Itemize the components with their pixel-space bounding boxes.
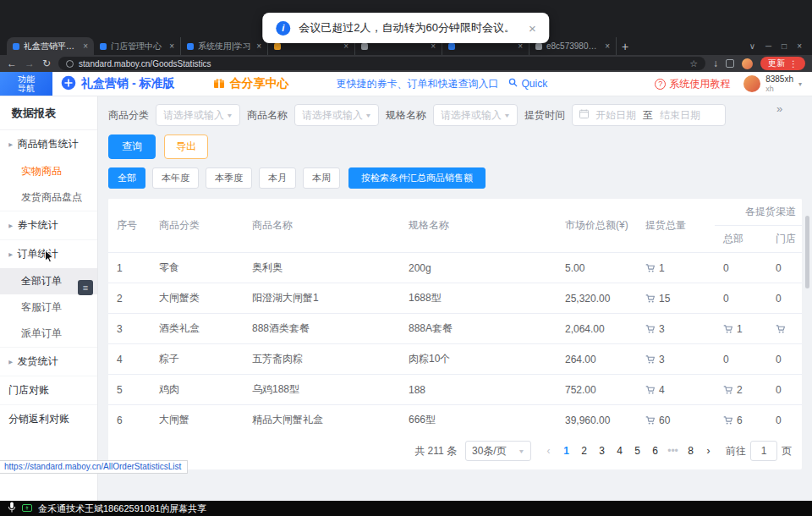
range-button[interactable]: 本季度 bbox=[206, 167, 252, 189]
search-button[interactable]: 查询 bbox=[108, 134, 156, 159]
cell-pickup-total: 4 bbox=[637, 375, 715, 405]
sidebar-item[interactable]: 派单订单 bbox=[0, 321, 97, 347]
tab-close-icon[interactable]: × bbox=[83, 41, 88, 51]
sidebar-section[interactable]: ▶券卡统计 bbox=[0, 211, 97, 239]
range-button[interactable]: 本年度 bbox=[152, 167, 199, 189]
goto-page-input[interactable] bbox=[750, 441, 777, 461]
page-button[interactable]: 2 bbox=[575, 442, 593, 460]
summary-button[interactable]: 按检索条件汇总商品销售额 bbox=[348, 167, 486, 189]
table-scroll-area[interactable]: 序号商品分类商品名称规格名称市场价总额(¥)提货总量各提货渠道总部门店 1零食奥… bbox=[108, 199, 802, 432]
prev-page-button[interactable]: ‹ bbox=[540, 442, 557, 460]
cell-spec: 188 bbox=[400, 375, 557, 405]
share-center-label: 合分享中心 bbox=[229, 76, 288, 91]
quick-label: Quick bbox=[521, 78, 547, 90]
sidebar-section[interactable]: 分销返利对账 bbox=[0, 404, 97, 433]
sidebar-section[interactable]: ▶发货统计 bbox=[0, 347, 97, 376]
nav-toggle-line1: 功能 bbox=[18, 74, 35, 85]
forward-icon[interactable]: → bbox=[25, 58, 35, 69]
sidebar-item[interactable]: 发货商品盘点 bbox=[0, 184, 97, 211]
tab-close-icon[interactable]: × bbox=[169, 41, 174, 51]
cell-name: 888酒类套餐 bbox=[244, 314, 400, 344]
filter-select[interactable]: 请选择或输入▼ bbox=[433, 104, 518, 126]
window-close-icon[interactable]: × bbox=[797, 41, 802, 51]
address-bar[interactable]: standard.maboy.cn/GoodsStatistics ☆ bbox=[58, 57, 705, 70]
page-button[interactable]: 8 bbox=[682, 442, 700, 460]
toast-close-icon[interactable]: × bbox=[529, 21, 536, 36]
user-menu[interactable]: 8385xh xh ▾ bbox=[743, 74, 802, 93]
status-bar-link: https://standard.maboy.cn/AllOrderStatis… bbox=[0, 460, 188, 474]
qty-value: 4 bbox=[659, 384, 665, 396]
site-info-icon[interactable] bbox=[66, 60, 74, 68]
range-button[interactable]: 本周 bbox=[303, 167, 340, 189]
bookmark-star-icon[interactable]: ☆ bbox=[689, 58, 698, 69]
browser-toolbar: ← → ↻ standard.maboy.cn/GoodsStatistics … bbox=[0, 55, 812, 72]
cell-amount: 2,064.00 bbox=[557, 314, 637, 344]
minimize-icon[interactable]: ─ bbox=[765, 41, 771, 51]
filter-select[interactable]: 请选择或输入▼ bbox=[156, 104, 240, 126]
qty-value: 3 bbox=[659, 354, 665, 365]
qty-value: 0 bbox=[776, 414, 782, 426]
tab-title: 礼盒营销平台管理中心 bbox=[24, 41, 79, 52]
tab-favicon bbox=[448, 43, 455, 50]
quick-entry-tip[interactable]: 更快捷的券卡、订单和快递查询入口 bbox=[336, 77, 498, 91]
tab-close-icon[interactable]: × bbox=[256, 41, 261, 51]
collapse-panel-icon[interactable]: » bbox=[776, 102, 782, 115]
pickup-cart-icon bbox=[645, 384, 656, 396]
tab-search-icon[interactable]: ∨ bbox=[749, 41, 755, 51]
page-button[interactable]: 4 bbox=[611, 442, 628, 460]
chevron-right-icon: ▶ bbox=[8, 251, 13, 257]
page-ellipsis[interactable]: ••• bbox=[664, 442, 682, 460]
filter-select[interactable]: 请选择或输入▼ bbox=[294, 104, 379, 126]
share-bar-text: 金禾通技术王斌18662591081的屏幕共享 bbox=[38, 502, 206, 515]
range-button[interactable]: 本月 bbox=[259, 167, 296, 189]
cell-name: 奥利奥 bbox=[244, 253, 400, 283]
table-row: 4粽子五芳斋肉粽肉粽10个264.00300 bbox=[108, 344, 802, 375]
action-row: 查询 导出 bbox=[108, 134, 812, 159]
reload-icon[interactable]: ↻ bbox=[42, 58, 51, 69]
export-button[interactable]: 导出 bbox=[164, 134, 208, 159]
sidebar-section[interactable]: 门店对账 bbox=[0, 376, 97, 404]
cell-index: 3 bbox=[108, 314, 151, 344]
select-placeholder: 请选择或输入 bbox=[441, 108, 502, 123]
filter-row: 商品分类请选择或输入▼商品名称请选择或输入▼规格名称请选择或输入▼提货时间开始日… bbox=[108, 104, 812, 126]
back-icon[interactable]: ← bbox=[7, 58, 17, 69]
new-tab-button[interactable]: + bbox=[622, 40, 628, 53]
download-icon[interactable]: ↓ bbox=[713, 58, 718, 69]
cell-pickup-total: 15 bbox=[637, 283, 715, 314]
quick-search[interactable]: Quick bbox=[508, 78, 547, 90]
browser-tab[interactable]: 门店管理中心× bbox=[94, 37, 181, 55]
sidebar-item[interactable]: 客服订单 bbox=[0, 294, 97, 321]
pickup-cart-icon bbox=[645, 354, 656, 365]
cell-category: 大闸蟹类 bbox=[151, 283, 244, 314]
page-button[interactable]: 3 bbox=[593, 442, 611, 460]
cell-spec: 200g bbox=[400, 253, 557, 283]
sidebar-section-label: 门店对账 bbox=[8, 383, 49, 398]
sidebar-section[interactable]: ▶商品销售统计 bbox=[0, 130, 97, 158]
browser-profile-avatar[interactable] bbox=[742, 58, 753, 69]
tab-close-icon[interactable]: × bbox=[605, 41, 610, 51]
chevron-down-icon: ▾ bbox=[798, 80, 802, 88]
browser-tab[interactable]: 系统使用|学习× bbox=[181, 37, 268, 55]
table-card: 序号商品分类商品名称规格名称市场价总额(¥)提货总量各提货渠道总部门店 1零食奥… bbox=[108, 199, 802, 469]
page-size-select[interactable]: 30条/页 ▼ bbox=[465, 441, 531, 461]
extensions-icon[interactable] bbox=[726, 59, 734, 68]
page-button[interactable]: 5 bbox=[628, 442, 646, 460]
page-button[interactable]: 1 bbox=[557, 442, 575, 460]
share-center-link[interactable]: 合分享中心 bbox=[213, 76, 288, 91]
tutorial-link[interactable]: ? 系统使用教程 bbox=[655, 77, 730, 91]
function-nav-toggle[interactable]: 功能 导航 bbox=[0, 72, 52, 96]
cell-index: 1 bbox=[108, 253, 151, 283]
page-button[interactable]: 6 bbox=[646, 442, 664, 460]
sidebar-collapse-toggle[interactable]: ≡ bbox=[78, 280, 93, 295]
vertical-scrollbar-thumb[interactable] bbox=[805, 216, 809, 288]
filter-label: 提货时间 bbox=[524, 108, 565, 123]
sidebar-item[interactable]: 实物商品 bbox=[0, 158, 97, 184]
browser-tab[interactable]: 礼盒营销平台管理中心× bbox=[7, 37, 94, 55]
sidebar-section-label: 分销返利对账 bbox=[8, 412, 69, 426]
range-button[interactable]: 全部 bbox=[108, 167, 145, 189]
update-button[interactable]: 更新 ⋮ bbox=[760, 57, 805, 70]
date-range-picker[interactable]: 开始日期至结束日期 bbox=[572, 104, 726, 126]
next-page-button[interactable]: › bbox=[700, 442, 717, 460]
sidebar-section[interactable]: ▶订单统计 bbox=[0, 239, 97, 268]
maximize-icon[interactable]: □ bbox=[782, 41, 787, 51]
